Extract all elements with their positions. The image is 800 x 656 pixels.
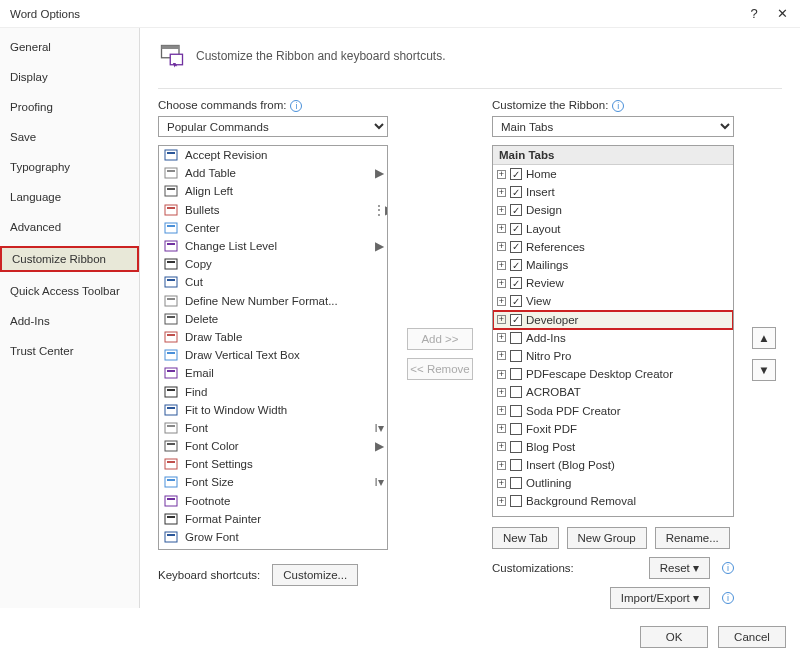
command-item[interactable]: Bullets ⋮▶ [159,201,387,219]
command-item[interactable]: Delete [159,310,387,328]
tab-row-mailings[interactable]: + Mailings [493,256,733,274]
command-item[interactable]: Align Left [159,182,387,200]
expand-toggle[interactable]: + [497,461,506,470]
tab-row-view[interactable]: + View [493,292,733,310]
ok-button[interactable]: OK [640,626,708,648]
expand-toggle[interactable]: + [497,242,506,251]
nav-save[interactable]: Save [0,126,139,148]
tab-row-blog-post[interactable]: + Blog Post [493,438,733,456]
command-item[interactable]: Cut [159,273,387,291]
nav-general[interactable]: General [0,36,139,58]
nav-language[interactable]: Language [0,186,139,208]
nav-trust-center[interactable]: Trust Center [0,340,139,362]
tab-checkbox[interactable] [510,495,522,507]
command-item[interactable]: Define New Number Format... [159,292,387,310]
ribbon-combo[interactable]: Main Tabs [492,116,734,137]
expand-toggle[interactable]: + [497,224,506,233]
tab-row-layout[interactable]: + Layout [493,220,733,238]
move-up-button[interactable]: ▲ [752,327,776,349]
tab-checkbox[interactable] [510,204,522,216]
expand-toggle[interactable]: + [497,370,506,379]
tab-row-outlining[interactable]: + Outlining [493,474,733,492]
expand-toggle[interactable]: + [497,261,506,270]
nav-advanced[interactable]: Advanced [0,216,139,238]
info-icon[interactable]: i [290,100,302,112]
command-item[interactable]: Hyperlink... [159,546,387,549]
new-tab-button[interactable]: New Tab [492,527,559,549]
tab-row-review[interactable]: + Review [493,274,733,292]
expand-toggle[interactable]: + [497,206,506,215]
tab-checkbox[interactable] [510,459,522,471]
choose-commands-combo[interactable]: Popular Commands [158,116,388,137]
command-item[interactable]: Email [159,364,387,382]
tabs-treebox[interactable]: Main Tabs + Home+ Insert+ Design+ Layout… [492,145,734,517]
command-item[interactable]: Change List Level ▶ [159,237,387,255]
new-group-button[interactable]: New Group [567,527,647,549]
commands-listbox[interactable]: Accept Revision Add Table ▶ Align Left B… [158,145,388,550]
tab-row-insert-blog-post-[interactable]: + Insert (Blog Post) [493,456,733,474]
expand-toggle[interactable]: + [497,406,506,415]
nav-add-ins[interactable]: Add-Ins [0,310,139,332]
expand-toggle[interactable]: + [497,279,506,288]
tab-checkbox[interactable] [510,223,522,235]
tab-row-references[interactable]: + References [493,238,733,256]
tab-row-soda-pdf-creator[interactable]: + Soda PDF Creator [493,401,733,419]
command-item[interactable]: Font Color ▶ [159,437,387,455]
import-export-button[interactable]: Import/Export ▾ [610,587,710,609]
add-button[interactable]: Add >> [407,328,473,350]
tab-checkbox[interactable] [510,477,522,489]
remove-button[interactable]: << Remove [407,358,473,380]
expand-toggle[interactable]: + [497,170,506,179]
tab-row-add-ins[interactable]: + Add-Ins [493,329,733,347]
command-item[interactable]: Accept Revision [159,146,387,164]
tab-checkbox[interactable] [510,423,522,435]
tab-row-nitro-pro[interactable]: + Nitro Pro [493,347,733,365]
tab-checkbox[interactable] [510,386,522,398]
command-item[interactable]: Draw Table [159,328,387,346]
tab-row-acrobat[interactable]: + ACROBAT [493,383,733,401]
cancel-button[interactable]: Cancel [718,626,786,648]
reset-button[interactable]: Reset ▾ [649,557,710,579]
tab-checkbox[interactable] [510,314,522,326]
tab-row-home[interactable]: + Home [493,165,733,183]
customize-keyboard-button[interactable]: Customize... [272,564,358,586]
nav-proofing[interactable]: Proofing [0,96,139,118]
nav-quick-access-toolbar[interactable]: Quick Access Toolbar [0,280,139,302]
command-item[interactable]: Font I▾ [159,419,387,437]
tab-checkbox[interactable] [510,241,522,253]
tab-row-design[interactable]: + Design [493,201,733,219]
info-icon[interactable]: i [612,100,624,112]
tab-checkbox[interactable] [510,332,522,344]
expand-toggle[interactable]: + [497,315,506,324]
nav-customize-ribbon[interactable]: Customize Ribbon [0,246,139,272]
expand-toggle[interactable]: + [497,333,506,342]
tab-row-pdfescape-desktop-creator[interactable]: + PDFescape Desktop Creator [493,365,733,383]
move-down-button[interactable]: ▼ [752,359,776,381]
command-item[interactable]: Copy [159,255,387,273]
expand-toggle[interactable]: + [497,351,506,360]
help-button[interactable]: ? [740,6,768,21]
tab-row-foxit-pdf[interactable]: + Foxit PDF [493,420,733,438]
command-item[interactable]: Font Size I▾ [159,473,387,491]
expand-toggle[interactable]: + [497,442,506,451]
tab-row-insert[interactable]: + Insert [493,183,733,201]
expand-toggle[interactable]: + [497,479,506,488]
command-item[interactable]: Find [159,382,387,400]
tab-checkbox[interactable] [510,277,522,289]
command-item[interactable]: Font Settings [159,455,387,473]
command-item[interactable]: Draw Vertical Text Box [159,346,387,364]
tab-checkbox[interactable] [510,350,522,362]
tab-checkbox[interactable] [510,368,522,380]
expand-toggle[interactable]: + [497,497,506,506]
tab-checkbox[interactable] [510,186,522,198]
tab-checkbox[interactable] [510,405,522,417]
expand-toggle[interactable]: + [497,297,506,306]
expand-toggle[interactable]: + [497,388,506,397]
info-icon[interactable]: i [722,562,734,574]
tab-row-developer[interactable]: + Developer [493,311,733,329]
command-item[interactable]: Footnote [159,492,387,510]
tab-checkbox[interactable] [510,441,522,453]
command-item[interactable]: Format Painter [159,510,387,528]
command-item[interactable]: Center [159,219,387,237]
info-icon[interactable]: i [722,592,734,604]
